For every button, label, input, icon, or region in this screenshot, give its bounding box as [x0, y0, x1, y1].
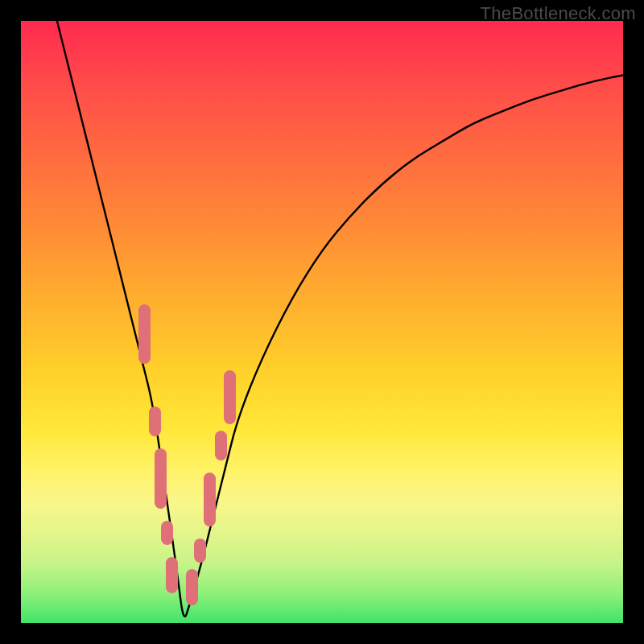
- cluster-marker: [166, 557, 178, 593]
- cluster-marker: [215, 431, 227, 460]
- watermark-text: TheBottleneck.com: [481, 3, 636, 24]
- plot-area: [21, 21, 623, 623]
- cluster-marker: [204, 473, 216, 526]
- cluster-marker: [194, 539, 206, 563]
- cluster-marker: [155, 448, 167, 509]
- cluster-marker: [186, 569, 198, 605]
- chart-frame: TheBottleneck.com: [0, 0, 644, 644]
- marker-layer: [21, 21, 623, 623]
- cluster-marker: [224, 370, 236, 424]
- cluster-marker: [149, 407, 161, 436]
- cluster-marker: [138, 304, 151, 365]
- cluster-marker: [161, 521, 173, 545]
